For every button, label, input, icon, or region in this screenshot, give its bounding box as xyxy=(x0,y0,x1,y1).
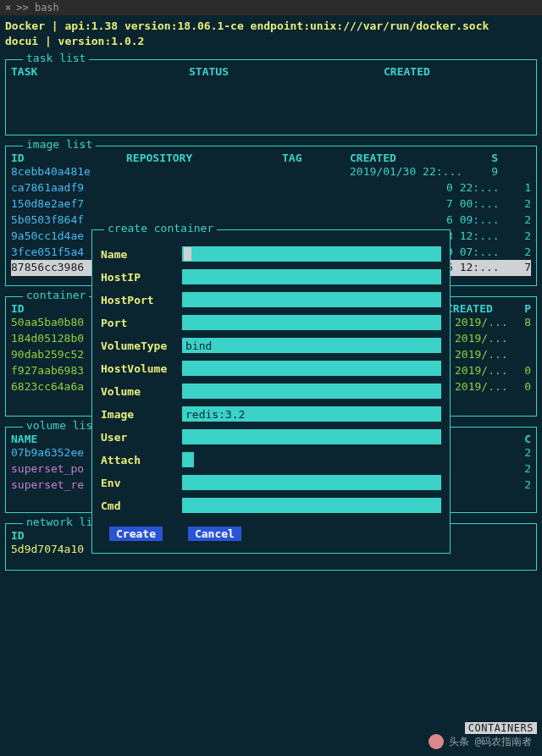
create-button[interactable]: Create xyxy=(109,527,163,541)
dialog-title: create container xyxy=(104,222,217,235)
label-hostvol: HostVolume xyxy=(101,362,182,375)
image-row[interactable]: ca7861aadf90 22:...1 xyxy=(11,180,531,196)
col-tag: TAG xyxy=(282,152,350,164)
col-c: C xyxy=(514,433,531,445)
panel-title: volume lis xyxy=(23,419,96,432)
close-icon[interactable]: × xyxy=(5,2,11,14)
input-hostport[interactable] xyxy=(182,292,441,307)
footer-label: CONTAINERS xyxy=(465,722,537,734)
col-id: ID xyxy=(11,152,96,164)
shell-prompt: >> bash xyxy=(16,2,59,14)
input-attach[interactable] xyxy=(182,452,194,467)
label-name: Name xyxy=(101,248,182,261)
input-voltype[interactable]: bind xyxy=(182,338,441,353)
col-id: ID xyxy=(11,302,96,315)
network-row-id[interactable]: 5d9d7074a10 xyxy=(11,542,84,558)
panel-task-list: task list TASK STATUS CREATED xyxy=(5,59,537,135)
label-port: Port xyxy=(101,317,182,329)
label-user: User xyxy=(101,431,182,444)
input-image[interactable]: redis:3.2 xyxy=(182,406,441,422)
dialog-create-container: create container Name HostIP HostPort Po… xyxy=(91,229,451,554)
cancel-button[interactable]: Cancel xyxy=(188,527,241,541)
col-created: CREATED xyxy=(350,152,481,164)
input-volume[interactable] xyxy=(182,384,441,399)
panel-title: container xyxy=(23,289,89,301)
panel-title: network li xyxy=(23,516,96,528)
input-port[interactable] xyxy=(182,315,441,330)
col-task: TASK xyxy=(11,65,189,78)
panel-title: image list xyxy=(23,138,96,151)
image-row[interactable]: 150d8e2aef77 00:...2 xyxy=(11,196,531,212)
image-row[interactable]: 5b0503f864f6 09:...2 xyxy=(11,212,531,229)
label-hostport: HostPort xyxy=(101,294,182,306)
label-voltype: VolumeType xyxy=(101,339,182,352)
image-row[interactable]: 8cebb40a481e2019/01/30 22:...9 xyxy=(11,164,531,180)
label-attach: Attach xyxy=(101,454,182,466)
panel-title: task list xyxy=(23,52,89,64)
input-name[interactable] xyxy=(182,246,441,262)
avatar-icon xyxy=(429,734,444,749)
col-s: S xyxy=(481,152,498,164)
input-cmd[interactable] xyxy=(182,498,441,513)
label-hostip: HostIP xyxy=(101,271,182,284)
titlebar: × >> bash xyxy=(0,0,542,15)
col-created: CREATED xyxy=(384,65,531,78)
watermark-text: 头条 @码农指南者 xyxy=(449,735,532,749)
header: Docker | api:1.38 version:18.06.1-ce end… xyxy=(0,15,542,49)
col-id: ID xyxy=(11,529,25,542)
header-line-docui: docui | version:1.0.2 xyxy=(5,34,537,49)
label-volume: Volume xyxy=(101,385,182,398)
col-repo: REPOSITORY xyxy=(96,152,282,164)
label-image: Image xyxy=(101,408,182,421)
header-line-docker: Docker | api:1.38 version:18.06.1-ce end… xyxy=(5,19,537,34)
col-p: P xyxy=(514,302,531,315)
input-hostvol[interactable] xyxy=(182,361,441,376)
label-env: Env xyxy=(101,477,182,489)
label-cmd: Cmd xyxy=(101,499,182,512)
col-status: STATUS xyxy=(189,65,384,78)
input-env[interactable] xyxy=(182,475,441,490)
input-user[interactable] xyxy=(182,429,441,444)
watermark: 头条 @码农指南者 xyxy=(429,734,532,749)
col-created: CREATED xyxy=(446,302,514,315)
input-hostip[interactable] xyxy=(182,269,441,284)
